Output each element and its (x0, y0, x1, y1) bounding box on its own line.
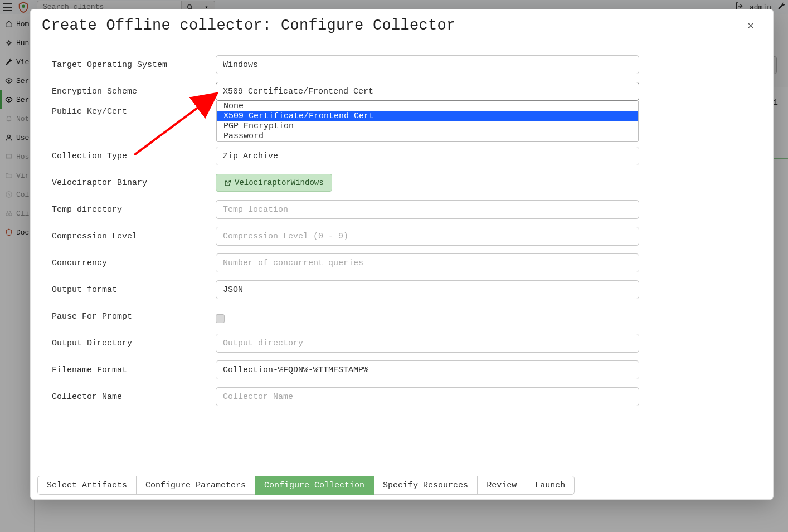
label-output-format: Output format (52, 285, 216, 295)
label-collector-name: Collector Name (52, 392, 216, 402)
close-icon[interactable] (743, 18, 758, 33)
row-binary: Velociraptor Binary VelociraptorWindows (52, 169, 753, 196)
checkbox-pause[interactable] (216, 314, 225, 323)
input-output-dir[interactable]: Output directory (216, 334, 639, 353)
row-output-format: Output format JSON (52, 276, 753, 303)
label-binary: Velociraptor Binary (52, 178, 216, 188)
label-output-dir: Output Directory (52, 339, 216, 348)
binary-chip[interactable]: VelociraptorWindows (216, 174, 332, 192)
input-collector-name[interactable]: Collector Name (216, 387, 639, 406)
label-temp-dir: Temp directory (52, 205, 216, 214)
encryption-dropdown: NoneX509 Certificate/Frontend CertPGP En… (216, 101, 639, 142)
step-launch[interactable]: Launch (526, 476, 575, 495)
modal-header: Create Offline collector: Configure Coll… (31, 9, 773, 43)
input-concurrency[interactable]: Number of concurrent queries (216, 253, 639, 272)
label-encryption: Encryption Scheme (52, 87, 216, 96)
encryption-option-0[interactable]: None (217, 101, 638, 111)
step-configure-parameters[interactable]: Configure Parameters (136, 476, 255, 495)
step-select-artifacts[interactable]: Select Artifacts (37, 476, 137, 495)
step-configure-collection[interactable]: Configure Collection (255, 476, 374, 495)
select-output-format[interactable]: JSON (216, 280, 639, 299)
select-target-os[interactable]: Windows (216, 55, 639, 74)
row-output-dir: Output Directory Output directory (52, 330, 753, 357)
row-temp-dir: Temp directory Temp location (52, 196, 753, 223)
encryption-option-3[interactable]: Password (217, 131, 638, 141)
label-public-key: Public Key/Cert (52, 107, 216, 116)
row-compression: Compression Level Compression Level (0 -… (52, 223, 753, 250)
input-temp-dir[interactable]: Temp location (216, 200, 639, 219)
label-target-os: Target Operating System (52, 60, 216, 70)
external-link-icon (224, 179, 231, 187)
step-review[interactable]: Review (477, 476, 526, 495)
label-filename-fmt: Filename Format (52, 365, 216, 375)
row-concurrency: Concurrency Number of concurrent queries (52, 250, 753, 276)
row-collector-name: Collector Name Collector Name (52, 383, 753, 410)
label-collection-type: Collection Type (52, 152, 216, 161)
select-encryption-value: X509 Certificate/Frontend Cert (223, 87, 373, 96)
modal: Create Offline collector: Configure Coll… (30, 9, 774, 500)
modal-footer: Select ArtifactsConfigure ParametersConf… (31, 471, 773, 499)
input-compression[interactable]: Compression Level (0 - 9) (216, 227, 639, 246)
row-collection-type: Collection Type Zip Archive (52, 143, 753, 169)
select-collection-type[interactable]: Zip Archive (216, 147, 639, 165)
label-compression: Compression Level (52, 232, 216, 241)
modal-title: Create Offline collector: Configure Coll… (42, 17, 456, 34)
select-encryption[interactable]: X509 Certificate/Frontend Cert NoneX509 … (216, 82, 639, 101)
step-specify-resources[interactable]: Specify Resources (373, 476, 478, 495)
encryption-option-2[interactable]: PGP Encryption (217, 121, 638, 131)
row-filename-fmt: Filename Format Collection-%FQDN%-%TIMES… (52, 357, 753, 383)
row-pause: Pause For Prompt (52, 303, 753, 330)
row-target-os: Target Operating System Windows (52, 51, 753, 78)
input-filename-fmt[interactable]: Collection-%FQDN%-%TIMESTAMP% (216, 360, 639, 379)
row-encryption: Encryption Scheme X509 Certificate/Front… (52, 78, 753, 105)
label-pause: Pause For Prompt (52, 312, 216, 321)
label-concurrency: Concurrency (52, 258, 216, 268)
binary-chip-label: VelociraptorWindows (235, 178, 324, 187)
modal-body: Target Operating System Windows Encrypti… (31, 43, 773, 471)
encryption-option-1[interactable]: X509 Certificate/Frontend Cert (217, 111, 638, 121)
